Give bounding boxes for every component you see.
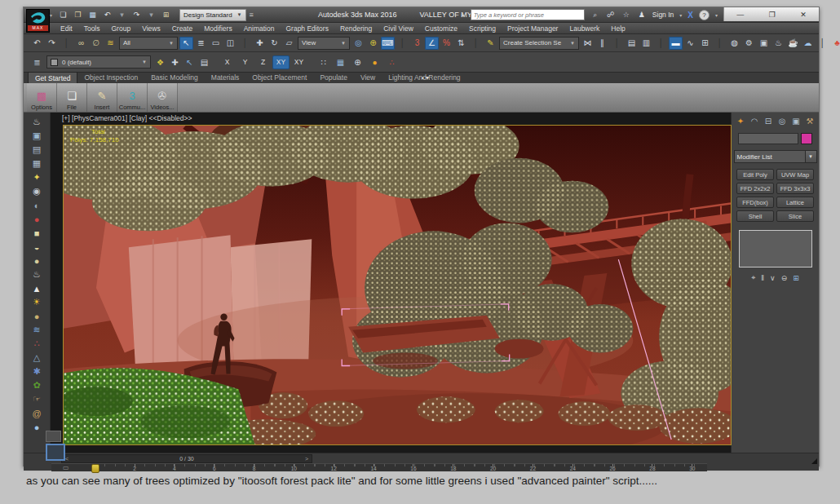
select-and-rotate-icon[interactable]: ↻ (267, 37, 281, 50)
menu-customize[interactable]: Customize (419, 24, 463, 33)
align-icon[interactable]: ∥ (595, 37, 609, 50)
app-menu-caret-icon[interactable]: ▾ (50, 12, 52, 18)
center-target-icon[interactable]: ⊕ (351, 55, 365, 69)
tab-object-placement[interactable]: Object Placement (245, 72, 313, 83)
show-end-result-icon[interactable]: ‖ (761, 274, 764, 282)
menu-views[interactable]: Views (136, 24, 166, 33)
modifier-stack[interactable] (739, 230, 812, 267)
color-dots-icon[interactable]: ∴ (385, 55, 399, 69)
manage-layers-icon[interactable]: ≣ (30, 55, 44, 69)
toggle-ribbon-icon[interactable]: ▬ (669, 37, 683, 50)
open-file-icon[interactable]: ❐ (73, 10, 83, 20)
set-current-layer-icon[interactable]: ▤ (197, 55, 211, 69)
molecules-icon[interactable]: ∴ (29, 337, 45, 351)
viewport[interactable]: [+] [PhysCamera001] [Clay] <<Disabled>> … (51, 113, 731, 453)
unlink-selection-icon[interactable]: ∅ (89, 37, 103, 50)
tab-basic-modeling[interactable]: Basic Modeling (144, 72, 205, 83)
remove-modifier-icon[interactable]: ⊖ (781, 274, 788, 282)
modifier-button[interactable]: FFD(box) (736, 197, 774, 208)
search-history-caret-icon[interactable]: ▸ (462, 11, 465, 19)
plane-primitive-icon[interactable]: ■ (29, 226, 45, 240)
redo-icon[interactable]: ↷ (131, 10, 142, 20)
tab-object-inspection[interactable]: Object Inspection (77, 72, 144, 83)
tab-create-icon[interactable]: ✦ (735, 115, 747, 127)
percent-snap-toggle-icon[interactable]: % (440, 37, 453, 50)
ribbon-minimize-icon[interactable]: ▪ ▾ (422, 74, 429, 82)
sunlight-icon[interactable]: ☀ (29, 295, 45, 309)
sign-in-label[interactable]: Sign In (652, 11, 674, 19)
light-lister-table-icon[interactable]: ▤ (29, 143, 45, 157)
community-button[interactable]: 3 Commu... (117, 83, 148, 112)
sphere-primitive-icon[interactable]: ● (29, 254, 45, 267)
tab-materials[interactable]: Materials (205, 72, 245, 83)
camera-icon[interactable]: ◉ (29, 184, 45, 198)
bind-to-space-warp-icon[interactable]: ≋ (104, 37, 117, 50)
resize-grip[interactable] (811, 458, 817, 464)
material-editor-icon[interactable]: ◍ (727, 37, 741, 50)
snap-toggle-3d-icon[interactable]: 3 (410, 37, 424, 50)
rectangular-selection-region-icon[interactable]: ▭ (209, 37, 223, 50)
time-slider[interactable] (91, 464, 99, 473)
spinner-snap-toggle-icon[interactable]: ⇅ (454, 37, 468, 50)
mirror-icon[interactable]: ⋈ (581, 37, 595, 50)
separator[interactable]: │ (396, 37, 409, 50)
modifier-button[interactable]: FFD 2x2x2 (736, 183, 774, 194)
scene-states-table-icon[interactable]: ▦ (29, 157, 45, 170)
undo-icon[interactable]: ↶ (102, 10, 113, 20)
menu-help[interactable]: Help (605, 24, 630, 33)
separator[interactable]: │ (816, 37, 829, 50)
viewport-label[interactable]: [+] [PhysCamera001] [Clay] <<Disabled>> (62, 114, 192, 122)
modifier-button[interactable]: Edit Poly (736, 169, 774, 180)
redo-caret-icon[interactable]: ▾ (146, 10, 157, 20)
snail-shell-icon[interactable]: @ (29, 406, 45, 420)
select-and-move-icon[interactable]: ✚ (253, 37, 267, 50)
communication-center-icon[interactable]: ☍ (606, 10, 616, 20)
modifier-button[interactable]: Slice (776, 210, 814, 222)
rain-particles-icon[interactable]: ≋ (29, 323, 45, 337)
light-bulb-icon[interactable]: ✦ (29, 170, 45, 184)
layer-dropdown[interactable]: 0 (default) ▼ (46, 55, 151, 69)
time-ruler[interactable]: ▭ 24681012141618202224262830 (51, 463, 707, 471)
modifier-button[interactable]: Lattice (776, 197, 814, 208)
separator[interactable]: │ (238, 37, 252, 50)
grass-icon[interactable]: ✿ (29, 378, 45, 392)
help-caret-icon[interactable]: ▾ (715, 12, 718, 18)
menu-project-manager[interactable]: Project Manager (502, 24, 564, 33)
make-unique-icon[interactable]: ∨ (770, 274, 776, 282)
select-object-icon[interactable]: ↖ (179, 37, 193, 50)
menu-rendering[interactable]: Rendering (334, 24, 378, 33)
search-box[interactable] (471, 9, 585, 20)
axis-x-button[interactable]: X (219, 55, 236, 69)
separator[interactable]: │ (60, 37, 73, 50)
object-name-input[interactable] (738, 133, 798, 144)
separator[interactable]: │ (469, 37, 483, 50)
tab-get-started[interactable]: Get Started (28, 72, 77, 83)
layout-tab-2-active[interactable] (46, 444, 65, 461)
help-icon[interactable]: ? (699, 10, 710, 20)
edit-named-selection-sets-icon[interactable]: ✎ (484, 37, 497, 50)
menu-group[interactable]: Group (106, 24, 137, 33)
cone-primitive-icon[interactable]: ▲ (29, 281, 45, 295)
sign-in-caret-icon[interactable]: ▾ (679, 12, 682, 18)
separator[interactable]: │ (610, 37, 624, 50)
pin-stack-icon[interactable]: ⌖ (751, 273, 755, 282)
3dsmax-logo[interactable]: MAX (26, 9, 50, 33)
create-new-layer-icon[interactable]: ❖ (153, 55, 167, 69)
layout-tab-1[interactable] (46, 431, 61, 442)
menu-laubwerk[interactable]: Laubwerk (564, 24, 605, 33)
undo-caret-icon[interactable]: ▾ (117, 10, 127, 20)
minimize-button[interactable]: — (736, 11, 744, 19)
modifier-button[interactable]: Shell (736, 210, 774, 222)
menu-create[interactable]: Create (166, 24, 199, 33)
frame-display-bar[interactable]: < 0 / 30 > (61, 454, 312, 463)
schematic-view-icon[interactable]: ⊞ (698, 37, 712, 50)
use-pivot-point-center-icon[interactable]: ◎ (351, 37, 365, 50)
select-by-name-icon[interactable]: ≣ (194, 37, 208, 50)
keyboard-shortcut-override-icon[interactable]: ⌨ (381, 37, 395, 50)
menu-modifiers[interactable]: Modifiers (198, 24, 237, 33)
tab-modify-icon[interactable]: ◠ (749, 115, 761, 127)
close-button[interactable]: ✕ (800, 11, 807, 19)
curve-editor-icon[interactable]: ∿ (683, 37, 697, 50)
modifier-button[interactable]: UVW Map (776, 169, 814, 180)
tab-display-icon[interactable]: ▣ (790, 115, 802, 127)
